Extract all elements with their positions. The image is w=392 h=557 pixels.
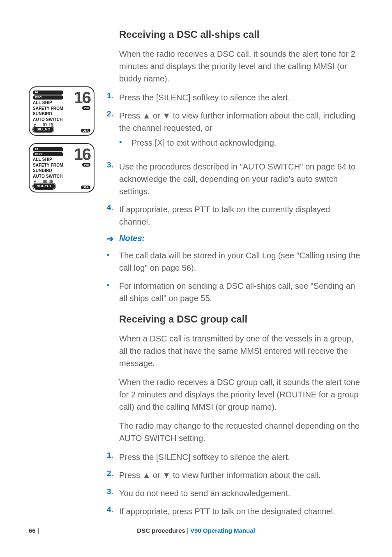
bullet-icon: • <box>119 137 131 149</box>
hi-indicator: HI <box>33 147 63 151</box>
step-number: 1. <box>107 91 119 104</box>
channel-number: 16 <box>74 91 91 104</box>
lcd-line4: AUTO SWITCH <box>33 117 63 122</box>
step-text: Press ▲ or ▼ to view further information… <box>119 469 363 481</box>
step-text: Press the [SILENC] softkey to silence th… <box>119 451 363 463</box>
step-number: 2. <box>107 469 119 481</box>
step-text: If appropriate, press PTT to talk on the… <box>119 505 363 518</box>
intro-paragraph-2a: When a DSC call is transmitted by one of… <box>107 332 363 369</box>
page-number: 66 | <box>29 527 39 534</box>
bullet-icon: • <box>107 280 119 304</box>
step-number: 4. <box>107 203 119 228</box>
step-text: Press ▲ or ▼ to view further information… <box>119 109 363 155</box>
lcd-line4: AUTO SWITCH <box>33 174 63 179</box>
intro-paragraph-2b: When the radio receives a DSC group call… <box>107 376 363 413</box>
intro-paragraph-2c: The radio may change to the requested ch… <box>107 420 363 444</box>
hi-indicator: HI <box>33 91 63 95</box>
dsc-indicator: DSC <box>33 95 63 100</box>
lcd-line3: SUNBIRD <box>33 168 63 173</box>
step-number: 3. <box>107 487 119 499</box>
step-text: If appropriate, press PTT to talk on the… <box>119 203 363 228</box>
heading-all-ships: Receiving a DSC all-ships call <box>107 29 363 40</box>
lcd-line2: SAFETY FROM <box>33 163 63 168</box>
region-indicator: USA <box>81 186 90 189</box>
heading-group-call: Receiving a DSC group call <box>107 313 363 325</box>
footer-sep: | <box>185 527 190 534</box>
region-indicator: USA <box>81 129 90 132</box>
lcd-line1: ALL SHIP <box>33 157 63 162</box>
step-text: You do not need to send an acknowledgeme… <box>119 487 363 499</box>
step-number: 2. <box>107 109 119 155</box>
dsc-indicator: DSC <box>33 152 63 156</box>
bullet-icon: • <box>107 249 119 274</box>
intro-paragraph-1: When the radio receives a DSC call, it s… <box>107 48 363 85</box>
lcd-line1: ALL SHIP <box>33 100 63 105</box>
note-text: The call data will be stored in your Cal… <box>119 249 363 274</box>
lcd-line3: SUNBIRD <box>33 111 63 116</box>
note-text: For information on sending a DSC all-shi… <box>119 280 363 304</box>
sub-bullet-text: Press [X] to exit without acknowledging. <box>131 137 363 149</box>
lcd-screen-1: HI DSC ALL SHIP SAFETY FROM SUNBIRD AUTO… <box>29 86 95 136</box>
pri-indicator: PRI <box>82 163 90 167</box>
step-number: 4. <box>107 505 119 518</box>
footer-manual: V90 Operating Manual <box>190 527 255 534</box>
softkey-accept: ACCEPT <box>33 183 55 189</box>
lcd-screen-2: HI DSC ALL SHIP SAFETY FROM SUNBIRD AUTO… <box>29 143 95 193</box>
pri-indicator: PRI <box>82 106 90 110</box>
footer-section: DSC procedures <box>137 527 185 534</box>
step-text: Press the [SILENC] softkey to silence th… <box>119 91 363 104</box>
channel-number: 16 <box>74 147 91 161</box>
softkey-silenc: SILENC <box>33 126 54 132</box>
step-number: 1. <box>107 451 119 463</box>
page-footer: 66 | DSC procedures | V90 Operating Manu… <box>29 527 363 534</box>
notes-heading: Notes: <box>119 234 145 244</box>
step-text: Use the procedures described in "AUTO SW… <box>119 160 363 197</box>
lcd-line2: SAFETY FROM <box>33 106 63 111</box>
arrow-icon: ➔ <box>107 234 119 244</box>
step-number: 3. <box>107 160 119 197</box>
